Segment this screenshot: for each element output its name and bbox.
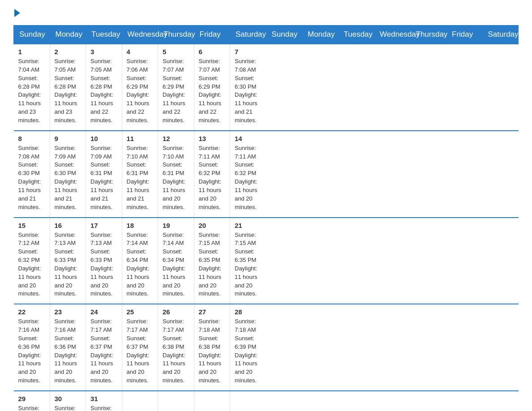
cell-info: Sunrise: 7:10 AMSunset: 6:31 PMDaylight:… xyxy=(127,144,154,212)
cell-info: Sunrise: 7:13 AMSunset: 6:33 PMDaylight:… xyxy=(55,231,82,299)
header-day-thursday: Thursday xyxy=(410,26,446,44)
header-day-monday: Monday xyxy=(50,26,86,44)
day-number: 30 xyxy=(55,395,82,402)
day-number: 1 xyxy=(18,48,45,56)
day-number: 8 xyxy=(18,135,45,142)
logo-arrow-icon xyxy=(14,9,20,17)
calendar-cell: 24Sunrise: 7:17 AMSunset: 6:37 PMDayligh… xyxy=(86,304,122,391)
header-day-sunday: Sunday xyxy=(266,26,302,44)
calendar-header-row: SundayMondayTuesdayWednesdayThursdayFrid… xyxy=(14,26,519,44)
cell-info: Sunrise: 7:07 AMSunset: 6:29 PMDaylight:… xyxy=(199,57,226,125)
header-day-friday: Friday xyxy=(446,26,483,44)
calendar-cell: 6Sunrise: 7:07 AMSunset: 6:29 PMDaylight… xyxy=(194,44,230,131)
cell-info: Sunrise: 7:05 AMSunset: 6:28 PMDaylight:… xyxy=(55,57,82,125)
cell-info: Sunrise: 7:17 AMSunset: 6:37 PMDaylight:… xyxy=(127,317,154,385)
calendar-cell xyxy=(194,391,230,411)
day-number: 18 xyxy=(127,222,154,229)
calendar-cell: 21Sunrise: 7:15 AMSunset: 6:35 PMDayligh… xyxy=(230,218,266,304)
day-number: 9 xyxy=(55,135,82,142)
calendar-cell: 13Sunrise: 7:11 AMSunset: 6:32 PMDayligh… xyxy=(194,131,230,218)
header-day-saturday: Saturday xyxy=(230,26,266,44)
day-number: 5 xyxy=(163,48,189,56)
calendar-week-row: 29Sunrise: 7:19 AMSunset: 6:39 PMDayligh… xyxy=(14,391,519,411)
cell-info: Sunrise: 7:19 AMSunset: 6:39 PMDaylight:… xyxy=(18,404,45,411)
calendar-cell: 5Sunrise: 7:07 AMSunset: 6:29 PMDaylight… xyxy=(158,44,194,131)
calendar-cell: 15Sunrise: 7:12 AMSunset: 6:32 PMDayligh… xyxy=(14,218,50,304)
calendar-cell: 31Sunrise: 7:20 AMSunset: 6:41 PMDayligh… xyxy=(86,391,122,411)
calendar-cell: 27Sunrise: 7:18 AMSunset: 6:38 PMDayligh… xyxy=(194,304,230,391)
day-number: 16 xyxy=(55,222,82,229)
day-number: 14 xyxy=(235,135,262,142)
calendar-cell: 14Sunrise: 7:11 AMSunset: 6:32 PMDayligh… xyxy=(230,131,266,218)
day-number: 2 xyxy=(55,48,82,56)
header-day-monday: Monday xyxy=(302,26,339,44)
header-day-saturday: Saturday xyxy=(482,26,519,44)
cell-info: Sunrise: 7:15 AMSunset: 6:35 PMDaylight:… xyxy=(199,231,226,299)
calendar-cell xyxy=(230,391,266,411)
day-number: 31 xyxy=(90,395,117,402)
day-number: 10 xyxy=(90,135,117,142)
page-header xyxy=(13,9,519,16)
cell-info: Sunrise: 7:11 AMSunset: 6:32 PMDaylight:… xyxy=(199,144,226,212)
cell-info: Sunrise: 7:07 AMSunset: 6:29 PMDaylight:… xyxy=(163,57,189,125)
calendar-cell: 1Sunrise: 7:04 AMSunset: 6:28 PMDaylight… xyxy=(14,44,50,131)
cell-info: Sunrise: 7:06 AMSunset: 6:29 PMDaylight:… xyxy=(127,57,154,125)
cell-info: Sunrise: 7:14 AMSunset: 6:34 PMDaylight:… xyxy=(163,231,189,299)
day-number: 17 xyxy=(90,222,117,229)
cell-info: Sunrise: 7:16 AMSunset: 6:36 PMDaylight:… xyxy=(55,317,82,385)
day-number: 29 xyxy=(18,395,45,402)
calendar-cell: 28Sunrise: 7:18 AMSunset: 6:39 PMDayligh… xyxy=(230,304,266,391)
day-number: 13 xyxy=(199,135,226,142)
day-number: 25 xyxy=(127,308,154,316)
day-number: 12 xyxy=(163,135,189,142)
calendar-cell: 23Sunrise: 7:16 AMSunset: 6:36 PMDayligh… xyxy=(50,304,86,391)
calendar-cell: 18Sunrise: 7:14 AMSunset: 6:34 PMDayligh… xyxy=(122,218,158,304)
header-day-sunday: Sunday xyxy=(14,26,50,44)
calendar-cell: 29Sunrise: 7:19 AMSunset: 6:39 PMDayligh… xyxy=(14,391,50,411)
calendar-cell: 4Sunrise: 7:06 AMSunset: 6:29 PMDaylight… xyxy=(122,44,158,131)
cell-info: Sunrise: 7:16 AMSunset: 6:36 PMDaylight:… xyxy=(18,317,45,385)
cell-info: Sunrise: 7:12 AMSunset: 6:32 PMDaylight:… xyxy=(18,231,45,299)
calendar-week-row: 1Sunrise: 7:04 AMSunset: 6:28 PMDaylight… xyxy=(14,44,519,131)
cell-info: Sunrise: 7:20 AMSunset: 6:41 PMDaylight:… xyxy=(90,404,117,411)
day-number: 23 xyxy=(55,308,82,316)
day-number: 15 xyxy=(18,222,45,229)
logo xyxy=(13,9,20,16)
calendar-cell: 26Sunrise: 7:17 AMSunset: 6:38 PMDayligh… xyxy=(158,304,194,391)
cell-info: Sunrise: 7:18 AMSunset: 6:38 PMDaylight:… xyxy=(199,317,226,385)
calendar-cell xyxy=(122,391,158,411)
cell-info: Sunrise: 7:09 AMSunset: 6:31 PMDaylight:… xyxy=(90,144,117,212)
calendar-cell: 22Sunrise: 7:16 AMSunset: 6:36 PMDayligh… xyxy=(14,304,50,391)
calendar-cell: 16Sunrise: 7:13 AMSunset: 6:33 PMDayligh… xyxy=(50,218,86,304)
header-day-tuesday: Tuesday xyxy=(86,26,122,44)
cell-info: Sunrise: 7:17 AMSunset: 6:38 PMDaylight:… xyxy=(163,317,189,385)
calendar-cell: 8Sunrise: 7:08 AMSunset: 6:30 PMDaylight… xyxy=(14,131,50,218)
header-day-thursday: Thursday xyxy=(158,26,194,44)
header-day-wednesday: Wednesday xyxy=(374,26,411,44)
calendar-table: SundayMondayTuesdayWednesdayThursdayFrid… xyxy=(13,25,519,411)
cell-info: Sunrise: 7:17 AMSunset: 6:37 PMDaylight:… xyxy=(90,317,117,385)
calendar-cell: 10Sunrise: 7:09 AMSunset: 6:31 PMDayligh… xyxy=(86,131,122,218)
day-number: 26 xyxy=(163,308,189,316)
calendar-cell: 7Sunrise: 7:08 AMSunset: 6:30 PMDaylight… xyxy=(230,44,266,131)
cell-info: Sunrise: 7:15 AMSunset: 6:35 PMDaylight:… xyxy=(235,231,262,299)
calendar-cell: 19Sunrise: 7:14 AMSunset: 6:34 PMDayligh… xyxy=(158,218,194,304)
header-day-friday: Friday xyxy=(194,26,230,44)
cell-info: Sunrise: 7:10 AMSunset: 6:31 PMDaylight:… xyxy=(163,144,189,212)
day-number: 4 xyxy=(127,48,154,56)
cell-info: Sunrise: 7:14 AMSunset: 6:34 PMDaylight:… xyxy=(127,231,154,299)
calendar-cell: 3Sunrise: 7:05 AMSunset: 6:28 PMDaylight… xyxy=(86,44,122,131)
cell-info: Sunrise: 7:08 AMSunset: 6:30 PMDaylight:… xyxy=(18,144,45,212)
cell-info: Sunrise: 7:13 AMSunset: 6:33 PMDaylight:… xyxy=(90,231,117,299)
day-number: 24 xyxy=(90,308,117,316)
day-number: 6 xyxy=(199,48,226,56)
header-day-tuesday: Tuesday xyxy=(338,26,374,44)
day-number: 19 xyxy=(163,222,189,229)
calendar-week-row: 22Sunrise: 7:16 AMSunset: 6:36 PMDayligh… xyxy=(14,304,519,391)
calendar-cell: 30Sunrise: 7:19 AMSunset: 6:40 PMDayligh… xyxy=(50,391,86,411)
day-number: 3 xyxy=(90,48,117,56)
cell-info: Sunrise: 7:05 AMSunset: 6:28 PMDaylight:… xyxy=(90,57,117,125)
day-number: 11 xyxy=(127,135,154,142)
day-number: 7 xyxy=(235,48,262,56)
day-number: 20 xyxy=(199,222,226,229)
